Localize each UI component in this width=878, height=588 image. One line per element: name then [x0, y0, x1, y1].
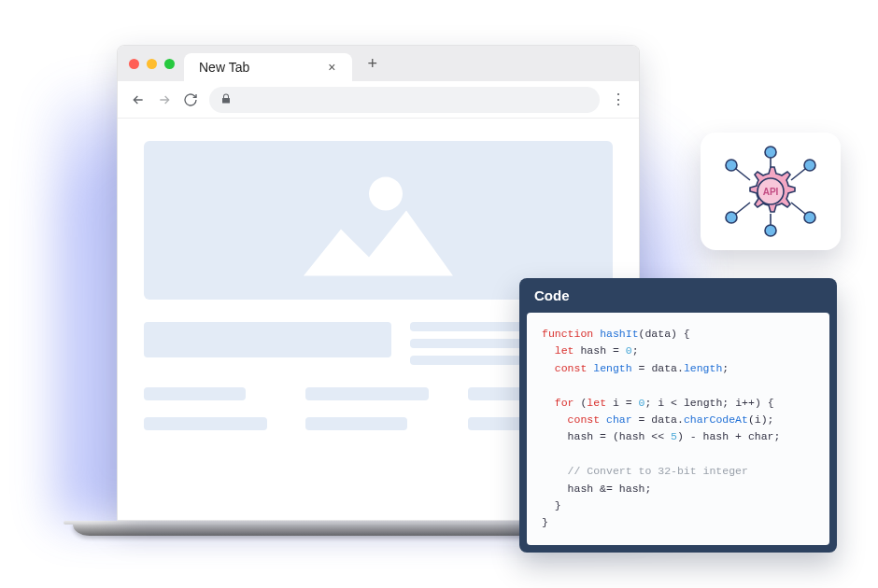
- window-controls: [129, 59, 175, 69]
- browser-toolbar: ⋮: [118, 81, 639, 119]
- menu-icon[interactable]: ⋮: [611, 91, 626, 108]
- code-token: let: [555, 344, 574, 357]
- code-token: function: [542, 328, 593, 340]
- hero-image-placeholder: [144, 141, 613, 300]
- code-token: hash: [703, 430, 729, 442]
- placeholder-line: [305, 387, 429, 400]
- svg-point-0: [369, 177, 403, 211]
- placeholder-line: [144, 417, 267, 430]
- code-token: length: [684, 362, 722, 374]
- code-token: data: [644, 328, 671, 340]
- api-label: API: [763, 187, 779, 197]
- svg-point-4: [804, 160, 815, 171]
- code-token: data: [651, 362, 677, 374]
- code-token: hash: [619, 483, 645, 495]
- api-badge: API: [701, 133, 841, 250]
- address-bar[interactable]: [209, 87, 600, 113]
- svg-point-5: [726, 212, 737, 223]
- forward-icon[interactable]: [157, 92, 172, 107]
- code-panel: Code function hashIt(data) { let hash = …: [519, 278, 837, 553]
- new-tab-icon[interactable]: +: [361, 54, 383, 74]
- close-tab-icon[interactable]: ×: [324, 60, 339, 75]
- code-token: const: [555, 362, 588, 374]
- code-token: i: [613, 397, 619, 409]
- code-token: i: [755, 413, 761, 426]
- minimize-window-icon[interactable]: [147, 59, 157, 69]
- back-icon[interactable]: [131, 92, 146, 107]
- code-token: hash: [568, 430, 594, 442]
- placeholder-line: [144, 387, 246, 400]
- code-token: char: [606, 413, 632, 426]
- api-gear-icon: API: [719, 145, 822, 238]
- code-token: hash: [619, 430, 645, 442]
- tab-title: New Tab: [199, 60, 249, 75]
- code-token: hash: [580, 344, 606, 357]
- code-token: char: [748, 430, 774, 442]
- code-token: const: [568, 413, 601, 426]
- code-token: hash: [568, 483, 594, 495]
- tab-bar: New Tab × +: [118, 46, 639, 81]
- svg-point-2: [765, 225, 776, 236]
- code-token: charCodeAt: [684, 413, 748, 426]
- code-token: // Convert to 32-bit integer: [568, 465, 748, 477]
- code-token: data: [651, 413, 677, 426]
- code-token: let: [587, 397, 606, 409]
- image-placeholder-icon: [294, 174, 462, 286]
- svg-point-3: [726, 160, 737, 171]
- placeholder-line: [305, 417, 407, 430]
- svg-point-6: [804, 212, 815, 223]
- code-token: length: [684, 397, 722, 409]
- browser-tab[interactable]: New Tab ×: [184, 53, 352, 81]
- placeholder-line: [410, 356, 521, 365]
- code-token: for: [555, 397, 574, 409]
- code-token: 5: [671, 430, 677, 442]
- code-token: hashIt: [600, 328, 638, 340]
- code-panel-title: Code: [519, 278, 837, 313]
- placeholder-block: [144, 322, 391, 357]
- code-token: length: [593, 362, 631, 374]
- code-token: i: [735, 397, 742, 409]
- code-token: 0: [639, 397, 645, 409]
- svg-point-1: [765, 147, 776, 158]
- reload-icon[interactable]: [183, 92, 198, 107]
- code-editor[interactable]: function hashIt(data) { let hash = 0; co…: [527, 313, 829, 545]
- code-token: 0: [626, 344, 632, 357]
- close-window-icon[interactable]: [129, 59, 139, 69]
- code-token: i: [658, 397, 664, 409]
- lock-icon: [220, 91, 232, 108]
- maximize-window-icon[interactable]: [164, 59, 175, 69]
